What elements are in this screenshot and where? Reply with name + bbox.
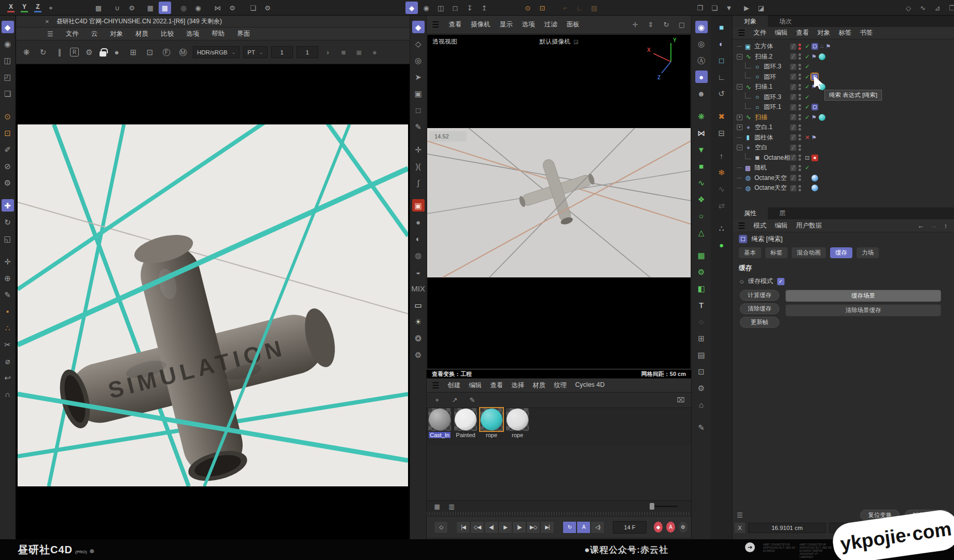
pan-icon[interactable]: ✛ (629, 19, 641, 31)
glow-ball-icon[interactable]: ● (715, 239, 728, 251)
apply-material-icon[interactable]: ↗ (448, 394, 461, 407)
region-icon[interactable]: ▣ (412, 87, 425, 100)
add-box-icon[interactable]: ⊞ (127, 46, 139, 59)
edge-tool-icon[interactable]: ⌐ (559, 2, 571, 14)
check-state-icon[interactable]: ✓ (804, 94, 811, 101)
layer-toggle-icon[interactable]: ╱ (790, 185, 796, 191)
sky-object-icon[interactable]: ◍ (744, 185, 752, 192)
material-name[interactable]: rope (511, 432, 524, 438)
grid-view-icon[interactable]: ▦ (431, 500, 443, 513)
crosshair-icon[interactable]: ✛ (412, 143, 425, 156)
keyframe-panel-icon[interactable]: ◇ (902, 2, 915, 14)
sweep-sim-icon[interactable]: ∿ (695, 176, 708, 189)
nullobj-object-icon[interactable]: ⌖ (745, 144, 752, 151)
region-render-icon[interactable]: R (70, 48, 79, 57)
sky-texture-tag-icon[interactable] (811, 175, 818, 181)
toggle-view-icon[interactable]: ▢ (676, 19, 688, 31)
exchange-dim-icon[interactable]: ⇄ (715, 199, 728, 212)
material-name[interactable]: Painted (455, 432, 476, 438)
array-icon[interactable]: ▦ (695, 249, 708, 261)
material-ball-2-icon[interactable]: ◐ (412, 232, 425, 245)
sun-light-icon[interactable]: ☀ (412, 315, 425, 328)
live-selection-tool-icon[interactable]: ⊙ (2, 110, 14, 122)
cylinder-object-icon[interactable]: ▮ (744, 134, 752, 141)
expander-icon[interactable]: − (737, 54, 742, 60)
isolate-icon[interactable]: ◎ (412, 54, 425, 66)
check-state-icon[interactable]: ✓ (804, 164, 811, 171)
particles-icon[interactable]: ∴ (715, 222, 728, 234)
material-ball-1-icon[interactable]: ● (412, 216, 425, 228)
material-item[interactable]: Painted (454, 408, 478, 438)
model-mode-icon[interactable]: ◆ (405, 2, 418, 14)
forward-icon[interactable]: → (929, 219, 937, 232)
menu-item[interactable]: 摄像机 (471, 20, 490, 29)
tree-row[interactable]: ▩随机╱✓ (733, 163, 954, 173)
knife-tool-icon[interactable]: ✂ (2, 338, 14, 351)
set-keyframe-icon[interactable]: ◇ (434, 521, 448, 534)
tree-row[interactable]: ○圆环.1╱✓ (733, 102, 954, 113)
layers-icon[interactable]: ⊞ (695, 332, 708, 344)
ball-preview-icon[interactable]: ● (369, 46, 381, 59)
record-autokey-icon[interactable]: A (666, 522, 675, 533)
object-name[interactable]: 立方体 (754, 42, 773, 51)
camera-view-icon[interactable]: ◉ (695, 21, 708, 33)
hamburger-icon[interactable]: ☰ (432, 381, 439, 390)
goto-start-icon[interactable]: |◀ (456, 521, 470, 534)
pause-icon[interactable]: ∥ (53, 46, 66, 59)
fcurve-icon[interactable]: ∿ (917, 2, 929, 14)
menu-item[interactable]: 模式 (753, 221, 766, 230)
cube-pair-icon[interactable]: ◧ (695, 282, 708, 295)
frame-all-icon[interactable]: ⊡ (695, 365, 708, 377)
menu-item[interactable]: 编辑 (775, 29, 788, 37)
texture-tag-icon[interactable] (819, 53, 825, 60)
axis-tool-icon[interactable]: ❏ (2, 87, 14, 100)
samples-field[interactable]: 1 (271, 46, 293, 58)
object-name[interactable]: 圆环.1 (764, 103, 781, 111)
target-state-icon[interactable]: ⊡ (804, 155, 811, 161)
mirror-icon[interactable]: ⋈ (212, 2, 224, 14)
panel-icon[interactable]: ❐ (946, 2, 954, 14)
phong-tag-icon[interactable]: ⚑ (811, 53, 817, 60)
sweep-object-icon[interactable]: ∿ (745, 53, 752, 60)
layer-toggle-icon[interactable]: ╱ (790, 94, 796, 100)
texture-view-icon[interactable]: ▩ (92, 2, 105, 14)
hamburger-icon[interactable]: ☰ (47, 30, 53, 38)
spline-dim-icon[interactable]: ∿ (715, 183, 728, 195)
cache-button[interactable]: 清除缓存 (740, 303, 779, 314)
tweak-tool-icon[interactable]: ⚙ (2, 176, 14, 189)
menu-item[interactable]: 显示 (500, 20, 513, 29)
visibility-dots[interactable] (798, 104, 801, 110)
camera-swap-icon[interactable]: ◲ (573, 39, 578, 45)
quantize-grid-icon[interactable]: ▦ (159, 2, 171, 14)
new-document-icon[interactable]: ❏ (247, 2, 259, 14)
spline-arc-icon[interactable]: ∩ (2, 388, 14, 400)
lasso-icon[interactable]: ◌ (695, 315, 708, 328)
object-name[interactable]: 扫描 (755, 113, 767, 122)
visibility-dots[interactable] (798, 175, 801, 181)
tab-对象[interactable]: 对象 (733, 16, 768, 27)
record-keyframe-icon[interactable]: ◆ (654, 522, 663, 533)
point-weight-icon[interactable]: ▪ (2, 305, 14, 317)
settings-gear-icon[interactable]: ⚙ (412, 348, 425, 361)
menu-item[interactable]: 用户数据 (796, 221, 822, 230)
pointer-icon[interactable]: ➤ (412, 71, 425, 83)
tree-row[interactable]: −∿扫描.2╱✓⚑ (733, 52, 954, 62)
tree-row[interactable]: −⌖空白╱ (733, 143, 954, 153)
visibility-dots[interactable] (798, 53, 801, 60)
freeze-icon[interactable]: ❄ (715, 166, 728, 178)
pen-tool-icon[interactable]: ✎ (2, 288, 14, 301)
visibility-dots[interactable] (798, 145, 801, 151)
layer-toggle-icon[interactable]: ╱ (790, 145, 796, 151)
rotate-tool-icon[interactable]: ↻ (2, 216, 14, 228)
layer-toggle-icon[interactable]: ╱ (790, 53, 796, 60)
snap-tool-icon[interactable]: ⊕ (2, 272, 14, 284)
material-ball-icon[interactable]: ● (110, 46, 123, 59)
cloth-icon[interactable]: ▼ (695, 143, 708, 156)
axis-rotate-icon[interactable]: ↺ (715, 87, 728, 100)
camera-object-icon[interactable]: ◙ (753, 154, 761, 161)
menu-item[interactable]: 比较 (161, 30, 174, 38)
viewport-name-label[interactable]: 透视视图 (432, 37, 457, 46)
menu-item[interactable]: 书签 (860, 29, 873, 37)
menu-item[interactable]: 材质 (135, 30, 148, 38)
menu-item[interactable]: 查看 (448, 20, 461, 29)
